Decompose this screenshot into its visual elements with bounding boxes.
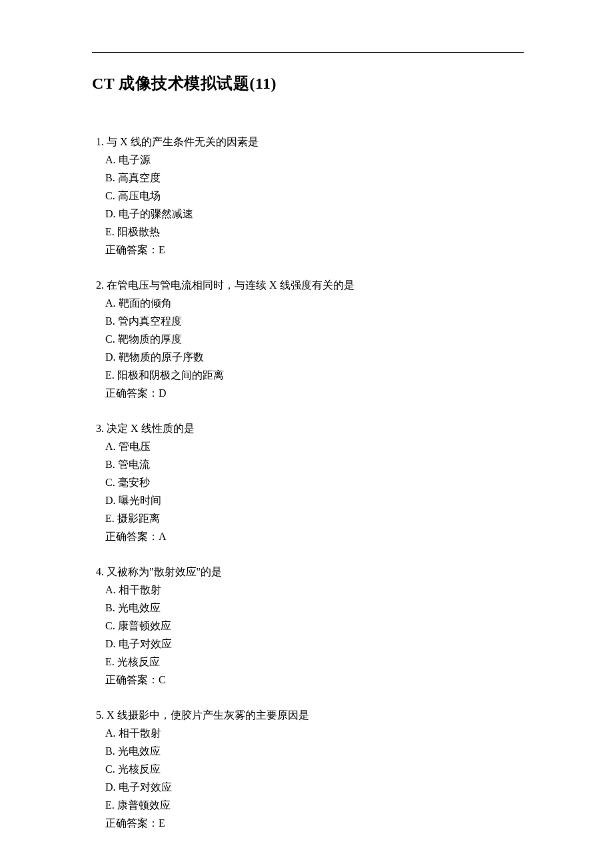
stem-text: 线性质的是 — [141, 423, 195, 434]
answer-row: 正确答案：C — [105, 671, 521, 689]
option-row: B. 管内真空程度 — [105, 312, 521, 330]
option-sep: . — [113, 315, 118, 327]
question-block: 1. 与 X 线的产生条件无关的因素是A. 电子源B. 高真空度C. 高压电场D… — [92, 133, 521, 259]
option-text: 康普顿效应 — [118, 620, 171, 631]
option-sep: . — [113, 208, 119, 219]
option-text: 阳极和阴极之间的距离 — [117, 369, 224, 381]
option-text: 光电效应 — [118, 745, 161, 757]
option-row: D. 靶物质的原子序数 — [105, 348, 521, 366]
option-letter: B — [105, 602, 113, 613]
title-main: 成像技术模拟试题 — [119, 74, 249, 92]
option-text: 靶物质的原子序数 — [119, 351, 204, 363]
option-text: 电子对效应 — [119, 638, 172, 649]
question-stem: 3. 决定 X 线性质的是 — [96, 419, 521, 437]
option-row: A. 相干散射 — [105, 581, 521, 599]
question-stem: 4. 又被称为"散射效应"的是 — [96, 563, 521, 581]
option-row: D. 电子对效应 — [105, 778, 521, 796]
option-text: 电子的骤然减速 — [119, 208, 193, 219]
option-sep: . — [113, 190, 118, 201]
option-row: A. 靶面的倾角 — [105, 294, 521, 312]
option-letter: E — [105, 226, 112, 237]
option-text: 电子源 — [119, 154, 151, 165]
question-stem: 2. 在管电压与管电流相同时，与连续 X 线强度有关的是 — [96, 276, 521, 294]
question-number: 4. — [96, 566, 107, 577]
option-row: C. 康普顿效应 — [105, 617, 521, 635]
option-sep: . — [113, 638, 119, 649]
option-text: 相干散射 — [119, 727, 161, 739]
option-text: 毫安秒 — [118, 477, 150, 488]
option-text: 管电流 — [118, 459, 150, 470]
question-block: 5. X 线摄影中，使胶片产生灰雾的主要原因是A. 相干散射B. 光电效应C. … — [92, 706, 521, 832]
answer-label: 正确答案： — [105, 817, 159, 829]
option-sep: . — [113, 620, 118, 631]
option-sep: . — [113, 154, 119, 165]
question-number: 1. — [96, 136, 107, 147]
option-letter: D — [105, 208, 113, 219]
option-row: E. 摄影距离 — [105, 509, 521, 527]
answer-value: C — [159, 674, 166, 685]
option-text: 电子对效应 — [119, 781, 172, 793]
option-sep: . — [113, 584, 119, 595]
option-row: D. 曝光时间 — [105, 491, 521, 509]
option-text: 高压电场 — [118, 190, 161, 201]
option-sep: . — [113, 333, 118, 345]
title-suffix: (11) — [249, 75, 277, 92]
option-sep: . — [112, 799, 117, 811]
option-row: A. 电子源 — [105, 151, 521, 169]
option-row: C. 高压电场 — [105, 187, 521, 205]
stem-latin: X — [120, 136, 131, 147]
question-stem: 5. X 线摄影中，使胶片产生灰雾的主要原因是 — [96, 706, 521, 724]
option-letter: C — [105, 763, 113, 775]
option-row: D. 电子对效应 — [105, 635, 521, 653]
option-text: 阳极散热 — [117, 226, 160, 237]
option-letter: D — [105, 495, 113, 506]
option-letter: B — [105, 315, 113, 327]
answer-label: 正确答案： — [105, 531, 159, 542]
option-letter: A — [105, 154, 113, 165]
option-text: 光核反应 — [118, 763, 161, 775]
top-divider — [92, 52, 524, 53]
option-letter: E — [105, 799, 112, 811]
option-text: 管电压 — [119, 441, 151, 452]
option-row: B. 管电流 — [105, 455, 521, 473]
option-sep: . — [113, 441, 119, 452]
option-row: C. 靶物质的厚度 — [105, 330, 521, 348]
option-sep: . — [112, 369, 117, 381]
question-stem: 1. 与 X 线的产生条件无关的因素是 — [96, 133, 521, 151]
option-letter: C — [105, 333, 113, 345]
option-sep: . — [113, 477, 118, 488]
option-letter: A — [105, 297, 113, 309]
stem-latin: X — [107, 709, 117, 721]
option-sep: . — [113, 297, 119, 309]
question-block: 4. 又被称为"散射效应"的是A. 相干散射B. 光电效应C. 康普顿效应D. … — [92, 563, 521, 689]
option-sep: . — [113, 763, 118, 775]
option-row: D. 电子的骤然减速 — [105, 205, 521, 223]
stem-text: 线强度有关的是 — [280, 279, 354, 291]
stem-text: 决定 — [107, 423, 131, 434]
title-prefix: CT — [92, 75, 119, 92]
answer-row: 正确答案：E — [105, 814, 521, 832]
option-letter: B — [105, 459, 113, 470]
option-letter: A — [105, 727, 113, 739]
option-row: E. 康普顿效应 — [105, 796, 521, 814]
answer-value: E — [159, 244, 165, 255]
option-row: E. 阳极散热 — [105, 223, 521, 241]
option-sep: . — [112, 656, 117, 667]
stem-latin: X — [269, 279, 280, 291]
option-sep: . — [112, 513, 117, 524]
answer-value: D — [159, 387, 167, 399]
option-row: A. 相干散射 — [105, 724, 521, 742]
question-block: 2. 在管电压与管电流相同时，与连续 X 线强度有关的是A. 靶面的倾角B. 管… — [92, 276, 521, 402]
option-sep: . — [113, 602, 118, 613]
option-row: A. 管电压 — [105, 437, 521, 455]
option-letter: E — [105, 369, 112, 381]
option-letter: A — [105, 441, 113, 452]
option-row: B. 光电效应 — [105, 742, 521, 760]
question-number: 3. — [96, 423, 107, 434]
answer-row: 正确答案：D — [105, 384, 521, 402]
option-text: 靶物质的厚度 — [118, 333, 182, 345]
option-letter: E — [105, 656, 112, 667]
option-letter: C — [105, 190, 113, 201]
option-letter: B — [105, 172, 113, 183]
option-text: 管内真空程度 — [118, 315, 182, 327]
